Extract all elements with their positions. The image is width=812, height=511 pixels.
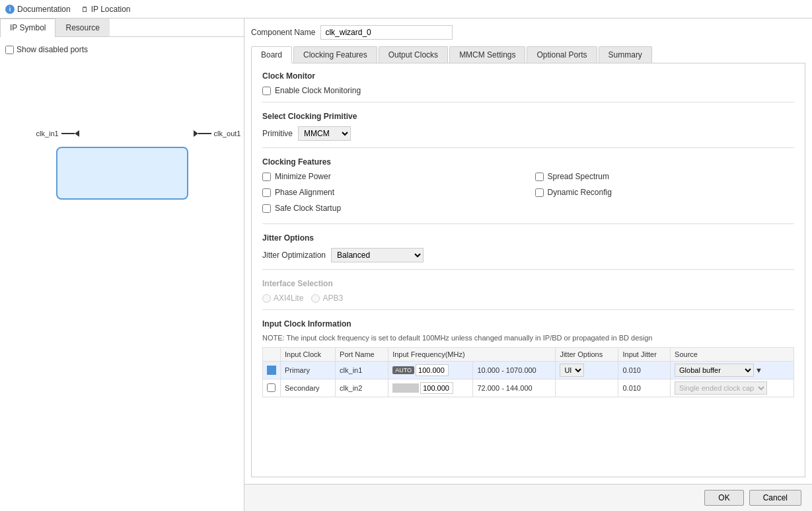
jitter-optimization-label: Jitter Optimization [262,251,326,260]
enable-clock-monitoring-checkbox[interactable] [262,87,271,95]
component-name-label: Component Name [251,28,315,37]
axi4lite-radio[interactable] [262,294,271,303]
secondary-check-cell[interactable] [263,379,281,397]
dynamic-reconfig-checkbox[interactable] [535,188,544,197]
minimize-power-row: Minimize Power [262,172,522,181]
show-disabled-text: Show disabled ports [17,45,88,54]
clock-table: Input Clock Port Name Input Frequency(MH… [262,347,794,397]
spread-spectrum-checkbox[interactable] [535,173,544,181]
col-port-name: Port Name [336,348,388,362]
tab-summary[interactable]: Summary [599,46,652,63]
col-jitter-options: Jitter Options [556,348,618,362]
dynamic-reconfig-label: Dynamic Reconfig [548,188,612,197]
spread-spectrum-label: Spread Spectrum [548,172,609,181]
auto-badge: AUTO [392,366,414,374]
primary-jitter-select[interactable]: UI [560,364,584,377]
right-outer: Component Name Board Clocking Features O… [244,19,812,511]
jitter-optimization-select[interactable]: Balanced Minimized Maximized [331,248,424,262]
diagram-area: clk_in1 clk_out1 [5,54,239,213]
secondary-clock-row: Secondary clk_in2 72.000 - 144.000 0.010 [263,379,794,397]
col-input-clock: Input Clock [281,348,336,362]
select-clocking-title: Select Clocking Primitive [262,112,794,121]
primary-clock-cell: Primary [281,362,336,379]
ip-location-link[interactable]: 🗒 IP Location [81,5,131,14]
input-clock-title: Input Clock Information [262,319,794,329]
documentation-link[interactable]: i Documentation [5,5,71,14]
component-name-row: Component Name [251,25,805,40]
tab-mmcm-settings[interactable]: MMCM Settings [449,46,525,63]
spread-spectrum-row: Spread Spectrum [535,172,795,181]
primary-freq-cell: 10.000 - 1070.000 [473,362,556,379]
primary-source-arrow: ▼ [755,366,762,374]
enable-clock-monitoring-label: Enable Clock Monitoring [275,86,361,95]
minimize-power-checkbox[interactable] [262,173,271,181]
secondary-auto-cell [388,379,473,397]
secondary-source-select[interactable]: Single ended clock capable p [675,381,767,395]
col-check [263,348,281,362]
col-source: Source [671,348,794,362]
secondary-input-jitter-cell: 0.010 [618,379,671,397]
minimize-power-label: Minimize Power [275,172,331,181]
location-icon: 🗒 [81,5,89,13]
main-layout: IP Symbol Resource Show disabled ports c… [0,19,812,511]
port-in-name: clk_in1 [36,130,59,138]
secondary-freq-cell: 72.000 - 144.000 [473,379,556,397]
ok-button[interactable]: OK [704,490,743,506]
clocking-features-title: Clocking Features [262,157,794,167]
content-area: Clock Monitor Enable Clock Monitoring Se… [251,63,805,477]
tab-ip-symbol[interactable]: IP Symbol [0,19,55,37]
dynamic-reconfig-row: Dynamic Reconfig [535,188,795,197]
primary-jitter-opt-cell: UI [556,362,618,379]
secondary-freq-input[interactable] [420,382,453,394]
clock-monitor-title: Clock Monitor [262,71,794,81]
safe-clock-row: Safe Clock Startup [262,204,522,213]
clocking-features-grid: Minimize Power Spread Spectrum Phase Ali… [262,172,794,217]
info-icon: i [5,5,15,14]
tabs-row: Board Clocking Features Output Clocks MM… [251,46,805,63]
primitive-label: Primitive [262,129,293,138]
phase-alignment-row: Phase Alignment [262,188,522,197]
tab-board[interactable]: Board [251,46,292,63]
tab-optional-ports[interactable]: Optional Ports [527,46,597,63]
primary-port-cell: clk_in1 [336,362,388,379]
input-clock-note: NOTE: The input clock frequency is set t… [262,334,794,342]
phase-alignment-label: Phase Alignment [275,188,334,197]
primitive-row: Primitive MMCM PLL [262,126,794,141]
interface-selection-title: Interface Selection [262,279,794,288]
secondary-checkbox[interactable] [267,383,276,392]
interface-radio-row: AXI4Lite APB3 [262,294,794,303]
bottom-bar: OK Cancel [244,484,812,511]
component-name-input[interactable] [320,25,453,40]
tab-resource[interactable]: Resource [55,19,109,36]
secondary-port-cell: clk_in2 [336,379,388,397]
primary-auto-cell: AUTO [388,362,473,379]
show-disabled-checkbox[interactable] [5,46,14,54]
show-disabled-label[interactable]: Show disabled ports [5,45,239,54]
left-panel: IP Symbol Resource Show disabled ports c… [0,19,244,511]
primary-freq-input[interactable] [416,364,449,376]
secondary-source-cell: Single ended clock capable p [671,379,794,397]
primary-source-cell: Global buffer ▼ [671,362,794,379]
left-panel-body: Show disabled ports clk_in1 clk_out1 [0,37,244,511]
primary-clock-row: Primary clk_in1 AUTO 10.000 - 1070.000 [263,362,794,379]
safe-clock-checkbox[interactable] [262,204,271,213]
primary-source-select[interactable]: Global buffer [675,364,754,377]
axi4lite-option[interactable]: AXI4Lite [262,294,303,303]
right-panel: Component Name Board Clocking Features O… [244,19,812,484]
ip-location-label: IP Location [91,5,131,14]
primary-check-cell [263,362,281,379]
apb3-option[interactable]: APB3 [311,294,343,303]
documentation-label: Documentation [17,5,71,14]
axi4lite-label: AXI4Lite [274,294,303,303]
component-box [56,147,188,200]
jitter-options-title: Jitter Options [262,233,794,243]
primitive-select[interactable]: MMCM PLL [298,126,351,141]
left-tabs: IP Symbol Resource [0,19,244,37]
cancel-button[interactable]: Cancel [749,490,801,506]
phase-alignment-checkbox[interactable] [262,188,271,197]
apb3-radio[interactable] [311,294,320,303]
tab-clocking[interactable]: Clocking Features [293,46,377,63]
col-input-jitter: Input Jitter [618,348,671,362]
primary-input-jitter-cell: 0.010 [618,362,671,379]
tab-output-clocks[interactable]: Output Clocks [379,46,448,63]
